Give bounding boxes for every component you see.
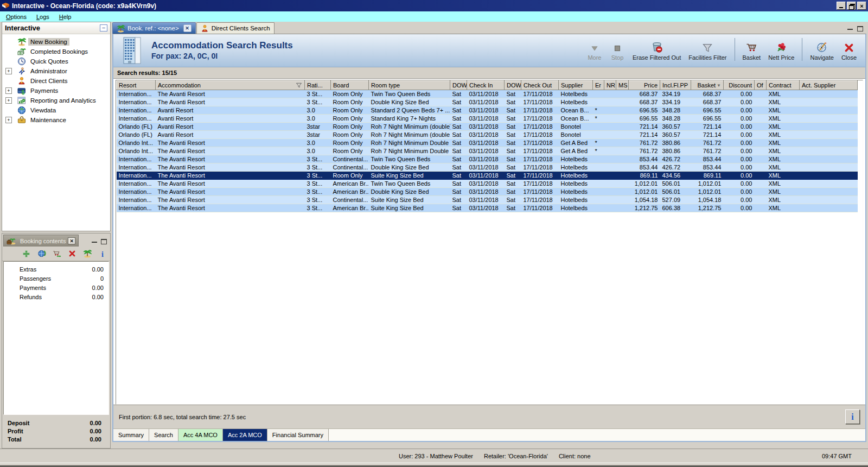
table-row[interactable]: Internation...The Avanti Resort3 St...Ro… — [117, 98, 858, 106]
bottom-tab-search[interactable]: Search — [149, 429, 178, 441]
table-row[interactable]: Internation...The Avanti Resort3 St...Co… — [117, 196, 858, 204]
sidebar-item-new-booking[interactable]: New Booking — [2, 37, 110, 47]
table-cell: Sat — [505, 98, 521, 106]
column-header-contract[interactable]: Contract — [767, 81, 800, 90]
column-header-er[interactable]: Er — [593, 81, 604, 90]
menu-logs[interactable]: Logs — [31, 12, 54, 21]
column-header-of[interactable]: Of — [755, 81, 767, 90]
facilities-filter-button[interactable]: Facilities Filter — [686, 42, 729, 61]
column-header-dow[interactable]: DOW — [450, 81, 467, 90]
table-row[interactable]: Internation...The Avanti Resort3 St...Ro… — [117, 90, 858, 98]
column-header-incl-fl-pp[interactable]: Incl.Fl.PP — [660, 81, 691, 90]
close-tab-icon[interactable]: ✕ — [183, 24, 192, 32]
tree-expander-icon[interactable]: + — [5, 117, 12, 123]
cart-arrow-icon[interactable] — [53, 249, 61, 258]
globe-refresh-icon[interactable] — [37, 249, 46, 258]
column-header-board[interactable]: Board — [331, 81, 369, 90]
tab-book-ref-none-[interactable]: Book. ref.: <none>✕ — [112, 22, 196, 34]
bottom-tab-acc-4a-mco[interactable]: Acc 4A MCO — [178, 429, 223, 441]
column-header-ms[interactable]: MS — [616, 81, 629, 90]
minimize-button[interactable] — [837, 2, 846, 10]
table-cell: Twin Two Queen Beds — [369, 155, 450, 163]
menu-options[interactable]: Options — [1, 12, 31, 21]
table-cell: 03/11/2018 — [467, 106, 505, 115]
column-header-nr[interactable]: NR — [604, 81, 616, 90]
minimize-view-icon[interactable] — [847, 28, 853, 30]
close-window-button[interactable]: × — [857, 2, 866, 10]
column-header-price[interactable]: Price — [629, 81, 660, 90]
red-x-icon[interactable] — [68, 249, 76, 258]
column-header-check-out[interactable]: Check Out — [521, 81, 559, 90]
basket-button[interactable]: Basket — [741, 42, 763, 61]
table-row[interactable]: Orlando (FL)Avanti Resort3starRoom OnlyR… — [117, 131, 858, 139]
close-button[interactable]: Close — [839, 42, 859, 61]
sidebar-item-label: Reporting and Analytics — [28, 97, 98, 104]
info-button[interactable]: i — [845, 409, 860, 424]
sidebar-item-completed-bookings[interactable]: Completed Bookings — [2, 47, 110, 56]
column-header-check-in[interactable]: Check In — [467, 81, 505, 90]
info-icon[interactable]: i — [98, 249, 107, 258]
table-cell: 0.00 — [724, 115, 755, 123]
table-row[interactable]: Internation...The Avanti Resort3 St...Co… — [117, 163, 858, 172]
table-row[interactable]: Internation...The Avanti Resort3 St...Co… — [117, 155, 858, 163]
erase-filtered-out-button[interactable]: Erase Filtered Out — [630, 42, 683, 61]
column-header-discount[interactable]: Discount — [724, 81, 755, 90]
booking-contents-tab[interactable]: Booking contents ✕ — [3, 235, 79, 247]
sidebar-item-administrator[interactable]: +Administrator — [2, 66, 110, 76]
maximize-pane-icon[interactable] — [101, 239, 107, 244]
sidebar-item-quick-quotes[interactable]: Quick Quotes — [2, 56, 110, 66]
bottom-tab-financial-summary[interactable]: Financial Summary — [267, 429, 329, 441]
toolbox-icon — [17, 116, 26, 124]
navigate-button[interactable]: Navigate — [808, 42, 835, 61]
table-row[interactable]: Internation...The Avanti Resort3 St...Ro… — [117, 172, 858, 180]
column-header-rati-[interactable]: Rati... — [305, 81, 331, 90]
table-cell: Hotelbeds — [559, 196, 593, 204]
sidebar-item-viewdata[interactable]: Viewdata — [2, 105, 110, 115]
sidebar-item-payments[interactable]: +$Payments — [2, 86, 110, 96]
sidebar-item-reporting-and-analytics[interactable]: +Reporting and Analytics — [2, 96, 110, 105]
table-row[interactable]: Internation...Avanti Resort3.0Room OnlyS… — [117, 106, 858, 115]
column-header-act-supplier[interactable]: Act. Supplier — [800, 81, 858, 90]
column-header-resort[interactable]: Resort — [117, 81, 156, 90]
table-row[interactable]: Orlando (FL)Avanti Resort3starRoom OnlyR… — [117, 123, 858, 131]
tab-direct-clients-search[interactable]: Direct Clients Search — [196, 22, 275, 34]
table-cell: American Br... — [331, 188, 369, 196]
table-cell: 3.0 — [305, 106, 331, 115]
maximize-view-icon[interactable] — [857, 26, 863, 31]
tree-expander-icon[interactable]: + — [5, 87, 12, 94]
nett-price-button[interactable]: Nett Price — [766, 42, 796, 61]
column-header-dow[interactable]: DOW — [505, 81, 521, 90]
bottom-tab-summary[interactable]: Summary — [113, 429, 149, 441]
table-row[interactable]: Internation...Avanti Resort3.0Room OnlyS… — [117, 115, 858, 123]
table-row[interactable]: Internation...The Avanti Resort3 St...Am… — [117, 180, 858, 188]
table-cell: 0.00 — [724, 139, 755, 147]
bottom-tab-acc-2a-mco[interactable]: Acc 2A MCO — [223, 429, 267, 441]
menu-help[interactable]: Help — [54, 12, 76, 21]
minimize-pane-icon[interactable] — [92, 241, 97, 243]
toolbar-button-label: More — [588, 54, 601, 61]
booking-total-value: 0.00 — [90, 428, 101, 434]
column-header-supplier[interactable]: Supplier — [559, 81, 593, 90]
table-row[interactable]: Orlando Int...The Avanti Resort3.0Room O… — [117, 139, 858, 147]
column-header-accommodation[interactable]: Accommodation — [156, 81, 305, 90]
sidebar-item-direct-clients[interactable]: Direct Clients — [2, 76, 110, 86]
table-cell — [616, 172, 629, 180]
collapse-panel-button[interactable]: − — [100, 24, 107, 31]
column-header-room-type[interactable]: Room type — [369, 81, 450, 90]
plus-icon[interactable] — [22, 249, 31, 258]
filter-funnel-icon[interactable] — [296, 82, 302, 89]
tree-expander-icon[interactable]: + — [5, 97, 12, 104]
table-row[interactable]: Internation...The Avanti Resort3 St...Am… — [117, 188, 858, 196]
table-row[interactable]: Orlando Int...The Avanti Resort3.0Room O… — [117, 147, 858, 155]
table-row[interactable]: Internation...The Avanti Resort3 St...Am… — [117, 204, 858, 212]
table-cell: Internation... — [117, 196, 156, 204]
close-booking-contents-icon[interactable]: ✕ — [68, 237, 75, 244]
sidebar-item-maintenance[interactable]: +Maintenance — [2, 115, 110, 125]
table-cell: XML — [767, 131, 800, 139]
column-header-basket[interactable]: Basket▼ — [691, 81, 724, 90]
restore-button[interactable] — [847, 2, 856, 10]
tree-expander-icon[interactable]: + — [5, 68, 12, 74]
column-header-label: Board — [333, 82, 349, 89]
palm-tree-icon[interactable] — [83, 249, 92, 258]
tree-expander-spacer — [5, 39, 12, 45]
